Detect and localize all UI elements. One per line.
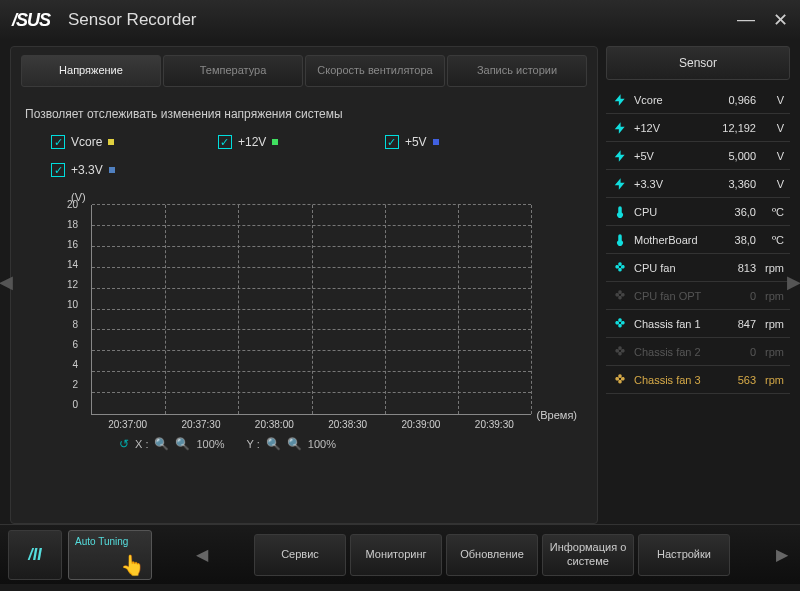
voltage-check-+5V[interactable]: ✓+5V [385,135,552,149]
x-label: (Время) [537,409,577,421]
y-tick: 8 [67,320,78,330]
toolbar-right-arrow[interactable]: ▶ [772,545,792,564]
auto-tuning-button[interactable]: Auto Tuning 👆 [68,530,152,580]
close-button[interactable]: ✕ [773,9,788,31]
sensor-unit: ºC [760,234,784,246]
temp-icon [612,232,628,248]
bolt-icon [612,120,628,136]
y-tick: 20 [67,200,78,210]
panel-left-arrow[interactable]: ◀ [0,271,14,293]
sensor-name: CPU fan OPT [634,290,750,302]
main-panel: НапряжениеТемператураСкорость вентилятор… [10,46,598,524]
voltage-checkboxes: ✓Vcore✓+12V✓+5V✓+3.3V [21,135,587,191]
panel-right-arrow[interactable]: ▶ [786,271,800,293]
y-tick: 18 [67,220,78,230]
voltage-check-+3.3V[interactable]: ✓+3.3V [51,163,218,177]
tab-row: НапряжениеТемператураСкорость вентилятор… [21,55,587,87]
sensor-name: Chassis fan 3 [634,374,738,386]
voltage-label: +3.3V [71,163,103,177]
y-tick: 10 [67,300,78,310]
sensor-row-Vcore: Vcore0,966V [606,86,790,114]
sensor-value: 563 [738,374,756,386]
tab-2[interactable]: Скорость вентилятора [305,55,445,87]
ai-suite-logo-button[interactable]: /II [8,530,62,580]
sensor-name: MotherBoard [634,234,735,246]
tab-0[interactable]: Напряжение [21,55,161,87]
sensor-value: 38,0 [735,234,756,246]
zoom-x-value: 100% [196,438,224,450]
tab-1[interactable]: Температура [163,55,303,87]
menu-button-0[interactable]: Сервис [254,534,346,576]
y-axis: 20181614121086420 [67,205,78,415]
sensor-name: Chassis fan 2 [634,346,750,358]
menu-button-1[interactable]: Мониторинг [350,534,442,576]
menu-button-4[interactable]: Настройки [638,534,730,576]
series-color-icon [272,139,278,145]
sensor-value: 36,0 [735,206,756,218]
fan-icon [612,372,628,388]
menu-button-3[interactable]: Информация о системе [542,534,634,576]
sensor-header: Sensor [606,46,790,80]
voltage-check-Vcore[interactable]: ✓Vcore [51,135,218,149]
y-tick: 16 [67,240,78,250]
y-tick: 2 [67,380,78,390]
bolt-icon [612,92,628,108]
sensor-row-CPU-fan: CPU fan813rpm [606,254,790,282]
zoom-out-x-icon[interactable]: 🔍 [175,437,190,451]
voltage-label: +5V [405,135,427,149]
voltage-check-+12V[interactable]: ✓+12V [218,135,385,149]
zoom-in-y-icon[interactable]: 🔍 [266,437,281,451]
checkbox-icon: ✓ [218,135,232,149]
checkbox-icon: ✓ [51,135,65,149]
sensor-row-+12V: +12V12,192V [606,114,790,142]
fan-icon [612,344,628,360]
y-tick: 0 [67,400,78,410]
sensor-unit: V [760,122,784,134]
y-tick: 14 [67,260,78,270]
sensor-value: 0 [750,346,756,358]
checkbox-icon: ✓ [385,135,399,149]
zoom-y-label: Y : [247,438,260,450]
fan-icon [612,260,628,276]
chart-grid [91,205,531,415]
voltage-label: Vcore [71,135,102,149]
reset-zoom-icon[interactable]: ↺ [119,437,129,451]
sensor-list: Vcore0,966V+12V12,192V+5V5,000V+3.3V3,36… [606,86,790,394]
sensor-value: 847 [738,318,756,330]
menu-button-2[interactable]: Обновление [446,534,538,576]
minimize-button[interactable]: — [737,9,755,31]
sensor-name: +12V [634,122,722,134]
temp-icon [612,204,628,220]
fan-icon [612,288,628,304]
sensor-value: 12,192 [722,122,756,134]
sensor-name: CPU fan [634,262,738,274]
sensor-panel: Sensor Vcore0,966V+12V12,192V+5V5,000V+3… [606,46,790,524]
asus-logo: /SUS [12,10,50,31]
y-tick: 6 [67,340,78,350]
zoom-out-y-icon[interactable]: 🔍 [287,437,302,451]
x-tick: 20:37:30 [182,419,221,430]
voltage-chart: (V) 20181614121086420 20:37:0020:37:3020… [29,191,579,451]
sensor-value: 3,360 [728,178,756,190]
x-tick: 20:39:30 [475,419,514,430]
sensor-unit: rpm [760,262,784,274]
sensor-value: 5,000 [728,150,756,162]
tab-3[interactable]: Запись истории [447,55,587,87]
bottom-toolbar: /II Auto Tuning 👆 ◀ СервисМониторингОбно… [0,524,800,584]
x-axis: 20:37:0020:37:3020:38:0020:38:3020:39:00… [91,419,531,430]
sensor-name: Chassis fan 1 [634,318,738,330]
series-color-icon [108,139,114,145]
zoom-y-value: 100% [308,438,336,450]
sensor-unit: rpm [760,346,784,358]
sensor-row-Chassis-fan-1: Chassis fan 1847rpm [606,310,790,338]
sensor-row-+3.3V: +3.3V3,360V [606,170,790,198]
toolbar-left-arrow[interactable]: ◀ [192,545,212,564]
sensor-row-CPU-fan-OPT: CPU fan OPT0rpm [606,282,790,310]
y-tick: 12 [67,280,78,290]
tab-description: Позволяет отслеживать изменения напряжен… [21,97,587,135]
sensor-unit: V [760,94,784,106]
zoom-in-x-icon[interactable]: 🔍 [154,437,169,451]
window-title: Sensor Recorder [68,10,197,30]
sensor-row-MotherBoard: MotherBoard38,0ºC [606,226,790,254]
cursor-icon: 👆 [120,553,145,577]
